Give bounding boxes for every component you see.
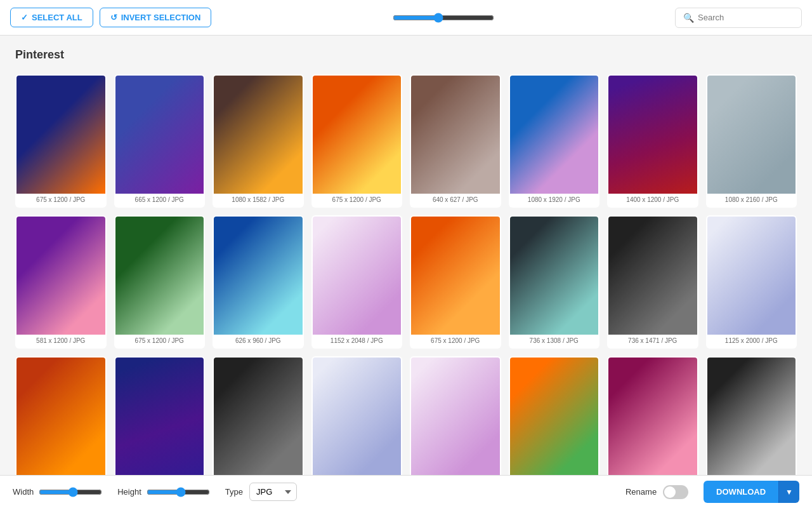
image-card[interactable]: 736 x 1471 / JPG: [607, 215, 698, 349]
image-label: 640 x 627 / JPG: [411, 194, 500, 206]
image-thumb: [313, 217, 402, 335]
image-placeholder: [16, 217, 105, 335]
rename-toggle[interactable]: [663, 485, 688, 499]
image-label: 675 x 1200 / JPG: [115, 335, 204, 347]
image-card[interactable]: 675 x 1200 / JPG: [311, 74, 403, 208]
rename-section: Rename: [625, 485, 688, 499]
type-section: Type JPG PNG WEBP: [225, 483, 297, 501]
download-arrow-button[interactable]: ▼: [778, 481, 799, 503]
image-placeholder: [214, 358, 303, 476]
invert-selection-button[interactable]: ↺ INVERT SELECTION: [100, 8, 212, 27]
download-group: DOWNLOAD ▼: [704, 481, 799, 503]
image-card[interactable]: 800 x 600 / JPG: [410, 356, 501, 490]
image-placeholder: [115, 358, 204, 476]
image-thumb: [510, 217, 599, 335]
image-card[interactable]: 641 x 960 / JPG: [607, 356, 698, 490]
download-button[interactable]: DOWNLOAD: [704, 481, 778, 503]
height-label: Height: [117, 487, 141, 497]
image-card[interactable]: 680 x 1500 / JPG: [706, 356, 797, 490]
invert-selection-label: INVERT SELECTION: [121, 13, 201, 22]
image-card[interactable]: 640 x 627 / JPG: [410, 74, 501, 208]
zoom-slider-container: [393, 13, 494, 23]
image-card[interactable]: 1080 x 1582 / JPG: [213, 74, 304, 208]
image-thumb: [707, 76, 796, 194]
width-slider[interactable]: [39, 487, 102, 497]
image-card[interactable]: 736 x 1308 / JPG: [509, 215, 600, 349]
toolbar-center: [219, 13, 667, 23]
invert-icon: ↺: [110, 13, 117, 22]
image-thumb: [16, 76, 105, 194]
zoom-slider[interactable]: [393, 13, 494, 23]
image-card[interactable]: 675 x 1200 / JPG: [15, 356, 107, 490]
image-card[interactable]: 1080 x 1920 / JPG: [509, 74, 600, 208]
image-card[interactable]: 1080 x 2160 / JPG: [706, 74, 797, 208]
image-card[interactable]: 675 x 1200 / JPG: [410, 215, 501, 349]
image-placeholder: [411, 76, 500, 194]
image-card[interactable]: 1152 x 2048 / JPG: [311, 215, 403, 349]
chevron-down-icon: ▼: [785, 488, 793, 497]
toolbar: ✓ SELECT ALL ↺ INVERT SELECTION 🔍: [0, 0, 812, 36]
width-label: Width: [13, 487, 34, 497]
rename-label: Rename: [625, 487, 657, 497]
image-card[interactable]: 1600 x 6016 / JPG: [213, 356, 304, 490]
image-placeholder: [16, 76, 105, 194]
image-card[interactable]: 626 x 960 / JPG: [213, 215, 304, 349]
image-placeholder: [313, 76, 402, 194]
image-placeholder: [313, 217, 402, 335]
image-label: 736 x 1308 / JPG: [510, 335, 599, 347]
image-thumb: [16, 358, 105, 476]
main-section: Pinterest 675 x 1200 / JPG665 x 1200 / J…: [0, 36, 812, 508]
image-label: 1125 x 2000 / JPG: [707, 335, 796, 347]
image-thumb: [707, 217, 796, 335]
image-label: 675 x 1200 / JPG: [313, 194, 402, 206]
image-placeholder: [707, 217, 796, 335]
image-thumb: [510, 76, 599, 194]
image-card[interactable]: 581 x 1200 / JPG: [15, 215, 107, 349]
image-card[interactable]: 580 x 1108 / JPG: [114, 356, 206, 490]
height-slider[interactable]: [147, 487, 210, 497]
image-card[interactable]: 665 x 1200 / JPG: [114, 74, 206, 208]
image-card[interactable]: 602 x 750 / JPG: [509, 356, 600, 490]
image-placeholder: [16, 358, 105, 476]
image-label: 1080 x 1920 / JPG: [510, 194, 599, 206]
search-input[interactable]: [698, 13, 794, 22]
image-placeholder: [214, 217, 303, 335]
image-card[interactable]: 675 x 1200 / JPG: [15, 74, 107, 208]
image-label: 736 x 1471 / JPG: [608, 335, 697, 347]
image-thumb: [115, 358, 204, 476]
image-thumb: [411, 76, 500, 194]
select-all-label: SELECT ALL: [32, 13, 82, 22]
toolbar-left: ✓ SELECT ALL ↺ INVERT SELECTION: [10, 8, 211, 27]
image-thumb: [411, 358, 500, 476]
image-card[interactable]: 1125 x 2000 / JPG: [706, 215, 797, 349]
image-thumb: [608, 217, 697, 335]
image-thumb: [115, 217, 204, 335]
image-thumb: [214, 217, 303, 335]
image-label: 1400 x 1200 / JPG: [608, 194, 697, 206]
type-select[interactable]: JPG PNG WEBP: [249, 483, 297, 501]
select-all-button[interactable]: ✓ SELECT ALL: [10, 8, 93, 27]
image-label: 626 x 960 / JPG: [214, 335, 303, 347]
bottom-bar: Width Height Type JPG PNG WEBP Rename DO…: [0, 475, 812, 508]
image-card[interactable]: 675 x 1200 / JPG: [114, 215, 206, 349]
image-card[interactable]: 1400 x 1200 / JPG: [607, 74, 698, 208]
image-placeholder: [313, 358, 402, 476]
section-title: Pinterest: [15, 48, 797, 62]
image-thumb: [707, 358, 796, 476]
search-box: 🔍: [675, 8, 802, 28]
search-icon: 🔍: [683, 13, 694, 23]
image-placeholder: [608, 358, 697, 476]
image-placeholder: [411, 217, 500, 335]
image-thumb: [16, 217, 105, 335]
image-thumb: [510, 358, 599, 476]
check-icon: ✓: [21, 13, 28, 22]
toolbar-right: 🔍: [675, 8, 802, 28]
image-placeholder: [608, 217, 697, 335]
image-label: 581 x 1200 / JPG: [16, 335, 105, 347]
image-label: 675 x 1200 / JPG: [411, 335, 500, 347]
image-card[interactable]: 736 x 1471 / JPG: [311, 356, 403, 490]
page-content: Pinterest 675 x 1200 / JPG665 x 1200 / J…: [0, 36, 812, 508]
image-thumb: [313, 76, 402, 194]
toggle-knob: [664, 486, 676, 498]
image-label: 1080 x 2160 / JPG: [707, 194, 796, 206]
